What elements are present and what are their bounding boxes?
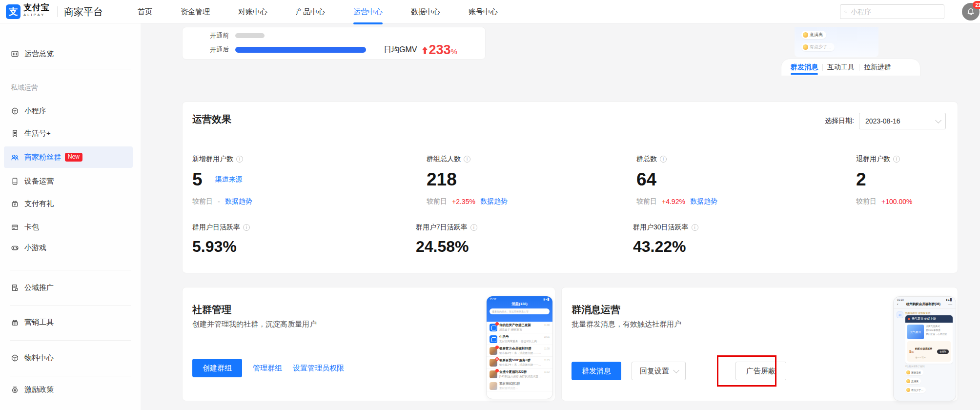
nav-item-products[interactable]: 产品中心 bbox=[296, 0, 325, 23]
chat-time: 11:38 bbox=[544, 324, 550, 327]
search-input[interactable] bbox=[850, 7, 940, 16]
info-icon[interactable] bbox=[236, 156, 243, 163]
banner-text: 元气夏日 梦幻上新 bbox=[912, 317, 936, 321]
promo-bubble-text: 意满离 bbox=[810, 32, 823, 38]
sender-avatar: ☺ bbox=[897, 311, 903, 318]
sidebar-item-label: 生活号+ bbox=[24, 129, 51, 138]
emoji-clap-icon bbox=[906, 370, 910, 374]
chat-list-item: 银泰官方会员福利89群银小泰2号：来，消息随点随——回复：[图片] 11:30 bbox=[487, 345, 552, 357]
rate-label: 群用户日活跃率 bbox=[192, 223, 240, 232]
sidebar-item-lifeaccount[interactable]: 生活号+ bbox=[4, 123, 133, 143]
sidebar-item-material-center[interactable]: 物料中心 bbox=[4, 348, 133, 368]
data-trend-link[interactable]: 数据趋势 bbox=[225, 197, 252, 206]
chat-name: 你的总资产收益已更新 bbox=[499, 323, 542, 328]
phone-status-time: 15:57 bbox=[490, 298, 496, 301]
sidebar-item-minigame[interactable]: 小游戏 bbox=[4, 238, 133, 257]
nav-item-operations[interactable]: 运营中心 bbox=[353, 0, 383, 23]
sidebar-item-public-promotion[interactable]: 公域推广 bbox=[4, 278, 133, 297]
sidebar-divider bbox=[10, 305, 131, 306]
chat-time: 11:15 bbox=[544, 359, 550, 362]
chat-preview: 支付宝商家服务：你也可以上商家服务首页！ bbox=[499, 340, 542, 343]
phone-header: 15:57▮▲▊ 消息(138) 搜索你的好友、最近转账联系人等 bbox=[487, 296, 552, 322]
info-icon[interactable] bbox=[692, 224, 698, 231]
sidebar-item-operations-overview[interactable]: 运营总览 bbox=[4, 44, 133, 63]
ad-block-label: 广告屏蔽 bbox=[746, 367, 776, 376]
new-badge: New bbox=[65, 153, 82, 161]
nav-item-reconciliation[interactable]: 对账中心 bbox=[238, 0, 267, 23]
reply-settings-button[interactable]: 回复设置 bbox=[632, 362, 686, 380]
device-icon bbox=[11, 177, 19, 185]
nav-item-home[interactable]: 首页 bbox=[138, 0, 152, 23]
phone-status-icons: ▮▲▊ bbox=[543, 298, 550, 301]
send-group-message-button[interactable]: 群发消息 bbox=[572, 362, 621, 380]
sidebar-item-card-pack[interactable]: 卡包 bbox=[4, 217, 133, 237]
chat-list-item: 生活号支付宝商家服务：你也可以上商家服务首页！ 10:31 bbox=[487, 333, 552, 345]
notification-bell[interactable]: 21 bbox=[962, 3, 980, 21]
promo-image-text: 元气夏日 bbox=[910, 330, 921, 334]
card-pack-icon bbox=[11, 223, 19, 231]
data-trend-link[interactable]: 数据趋势 bbox=[480, 197, 508, 206]
info-icon[interactable] bbox=[243, 224, 250, 231]
phone-search-placeholder: 搜索你的好友、最近转账联系人等 bbox=[492, 310, 529, 313]
nav-item-funds[interactable]: 资金管理 bbox=[181, 0, 210, 23]
promo-chat-bubble: 意满离 bbox=[801, 31, 826, 39]
metric-total-groups: 群总数 64 较前日 +4.92% 数据趋势 bbox=[636, 155, 717, 206]
sidebar-item-device-operations[interactable]: 设备运营 bbox=[4, 171, 133, 191]
chat-preview: 银小泰2号：来，消息随点随——回复 今… bbox=[499, 363, 542, 367]
fans-group-icon bbox=[11, 153, 19, 162]
life-account-avatar bbox=[490, 335, 497, 343]
chat-list-item: 44 银泰百货SVIP服务3群银小泰2号：来，消息随点随——回复 今… 11:1… bbox=[487, 357, 552, 369]
logo-divider bbox=[57, 6, 58, 17]
tab-group-message[interactable]: 群发消息 bbox=[786, 59, 822, 76]
sidebar-divider bbox=[10, 340, 131, 341]
set-admin-permissions-link[interactable]: 设置管理员权限 bbox=[293, 364, 344, 373]
sidebar-item-payment-reward[interactable]: 支付有礼 bbox=[4, 194, 133, 213]
sidebar-item-label: 小游戏 bbox=[24, 243, 46, 252]
card-title: 运营效果 bbox=[192, 113, 231, 126]
chat-time: 10:31 bbox=[544, 336, 550, 338]
metric-new-group-users: 新增群用户数 5 渠道来源 较前日 - 数据趋势 bbox=[192, 155, 252, 206]
sidebar-divider bbox=[10, 69, 131, 69]
tab-interactive-tools[interactable]: 互动工具 bbox=[823, 59, 859, 76]
sidebar-item-merchant-fans-group[interactable]: 商家粉丝群 New bbox=[4, 146, 133, 168]
rate-daily-active: 群用户日活跃率 5.93% bbox=[192, 223, 250, 254]
tab-recruit-members[interactable]: 拉新进群 bbox=[859, 59, 896, 76]
chat-name: 银泰官方会员福利89群 bbox=[499, 347, 542, 351]
sidebar-item-incentive-policy[interactable]: 激励政策 bbox=[4, 380, 133, 399]
chat-list-item: 你的总资产收益已更新消息盒子 |蚂蚁财富 11:38 bbox=[487, 322, 552, 333]
ad-block-button[interactable]: 广告屏蔽 bbox=[735, 362, 786, 380]
data-trend-link[interactable]: 数据趋势 bbox=[690, 197, 717, 206]
sidebar-item-miniapp[interactable]: 小程序 bbox=[4, 101, 133, 121]
sidebar-item-label: 运营总览 bbox=[24, 49, 54, 59]
rate-7day-active: 群用户7日活跃率 24.58% bbox=[416, 223, 477, 254]
rate-value: 43.22% bbox=[633, 239, 698, 254]
delta-value: - bbox=[218, 198, 220, 205]
global-search[interactable] bbox=[840, 4, 944, 19]
info-icon[interactable] bbox=[660, 156, 667, 163]
coupon-condition: 满30元可用 bbox=[915, 356, 926, 359]
community-management-card: 社群管理 创建并管理我的社群，沉淀高质量用户 创建群组 管理群组 设置管理员权限… bbox=[182, 287, 555, 401]
alipay-wordmark: 支付宝 ALIPAY bbox=[23, 3, 50, 17]
coupon-unit: 元 bbox=[911, 351, 914, 353]
nav-item-data[interactable]: 数据中心 bbox=[411, 0, 440, 23]
date-picker-row: 选择日期: 2023-08-16 bbox=[825, 113, 946, 129]
gmv-label: 日均GMV bbox=[384, 45, 417, 55]
channel-source-link[interactable]: 渠道来源 bbox=[215, 175, 243, 184]
date-select[interactable]: 2023-08-16 bbox=[859, 113, 946, 129]
alipay-logo-icon[interactable]: 支 bbox=[6, 4, 20, 19]
create-group-button[interactable]: 创建群组 bbox=[192, 359, 242, 377]
delta-label: 较前日 bbox=[856, 197, 877, 206]
after-activation-bar bbox=[235, 47, 366, 53]
info-icon[interactable] bbox=[893, 156, 900, 163]
sidebar-item-marketing-tools[interactable]: 营销工具 bbox=[4, 312, 133, 332]
info-icon[interactable] bbox=[464, 156, 470, 163]
chat-preview: 消息盒子 |蚂蚁财富 bbox=[499, 328, 542, 331]
primary-nav: 首页 资金管理 对账中心 产品中心 运营中心 数据中心 账号中心 bbox=[138, 0, 498, 23]
delta-value: +4.92% bbox=[662, 198, 685, 205]
info-icon[interactable] bbox=[470, 224, 477, 231]
manage-groups-link[interactable]: 管理群组 bbox=[253, 364, 282, 373]
delta-value: +2.35% bbox=[452, 198, 475, 205]
phone-nav-bar: ‹ 杭州蚂蚁会员福利群(36) — bbox=[894, 301, 956, 309]
group-chat-title: 杭州蚂蚁会员福利群(36) bbox=[906, 302, 940, 307]
nav-item-account[interactable]: 账号中心 bbox=[469, 0, 498, 23]
